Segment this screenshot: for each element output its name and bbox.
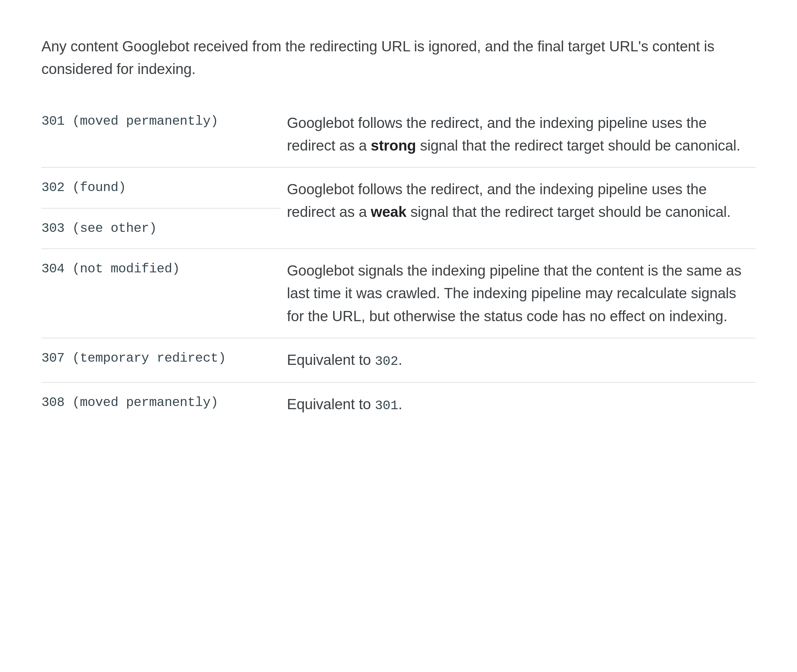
status-code-table: 301 (moved permanently) Googlebot follow… <box>42 101 755 426</box>
desc-text: . <box>398 396 402 413</box>
status-desc-308: Equivalent to 301. <box>287 393 749 416</box>
status-desc-302-303: Googlebot follows the redirect, and the … <box>287 178 749 224</box>
desc-text: signal that the redirect target should b… <box>416 137 740 154</box>
status-desc-307: Equivalent to 302. <box>287 349 749 372</box>
status-code-308: 308 (moved permanently) <box>42 395 218 410</box>
desc-text: . <box>398 352 402 368</box>
code-inline: 302 <box>375 354 398 369</box>
code-inline: 301 <box>375 398 398 413</box>
status-code-307: 307 (temporary redirect) <box>42 351 226 365</box>
table-row: 302 (found) 303 (see other) Googlebot fo… <box>42 168 755 249</box>
desc-text: signal that the redirect target should b… <box>406 203 731 220</box>
desc-text: Equivalent to <box>287 352 375 368</box>
intro-paragraph: Any content Googlebot received from the … <box>42 35 755 81</box>
table-row: 308 (moved permanently) Equivalent to 30… <box>42 382 755 426</box>
table-row: 307 (temporary redirect) Equivalent to 3… <box>42 338 755 382</box>
status-desc-304: Googlebot signals the indexing pipeline … <box>287 259 749 328</box>
status-desc-301: Googlebot follows the redirect, and the … <box>287 112 749 157</box>
desc-strong: weak <box>371 203 406 220</box>
desc-strong: strong <box>371 137 416 154</box>
status-code-303: 303 (see other) <box>42 221 157 236</box>
desc-text: Equivalent to <box>287 396 375 413</box>
status-code-301: 301 (moved permanently) <box>42 114 218 128</box>
status-code-302: 302 (found) <box>42 180 126 195</box>
table-row: 301 (moved permanently) Googlebot follow… <box>42 101 755 168</box>
status-code-304: 304 (not modified) <box>42 262 180 276</box>
table-row: 304 (not modified) Googlebot signals the… <box>42 249 755 338</box>
